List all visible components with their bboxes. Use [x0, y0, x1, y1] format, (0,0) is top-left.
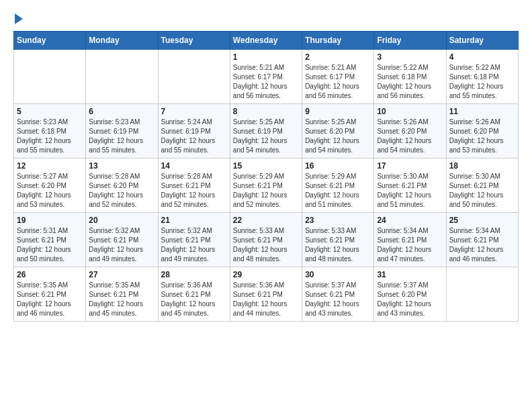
day-info: Sunrise: 5:25 AM Sunset: 6:20 PM Dayligh…: [305, 118, 371, 155]
calendar-cell: [14, 50, 86, 104]
day-info: Sunrise: 5:26 AM Sunset: 6:20 PM Dayligh…: [449, 118, 515, 155]
calendar-cell: 20Sunrise: 5:32 AM Sunset: 6:21 PM Dayli…: [86, 213, 158, 267]
calendar-cell: 8Sunrise: 5:25 AM Sunset: 6:19 PM Daylig…: [230, 104, 302, 158]
day-info: Sunrise: 5:34 AM Sunset: 6:21 PM Dayligh…: [377, 226, 443, 264]
day-number: 15: [233, 161, 299, 171]
day-info: Sunrise: 5:30 AM Sunset: 6:21 PM Dayligh…: [377, 172, 443, 210]
day-info: Sunrise: 5:29 AM Sunset: 6:21 PM Dayligh…: [305, 172, 371, 210]
calendar-cell: 14Sunrise: 5:28 AM Sunset: 6:21 PM Dayli…: [158, 158, 230, 213]
calendar-cell: 4Sunrise: 5:22 AM Sunset: 6:18 PM Daylig…: [446, 50, 518, 104]
day-number: 23: [305, 216, 371, 225]
day-number: 9: [305, 107, 371, 116]
calendar-cell: 10Sunrise: 5:26 AM Sunset: 6:20 PM Dayli…: [374, 104, 446, 158]
day-number: 16: [305, 161, 371, 171]
day-number: 31: [377, 270, 443, 279]
weekday-header: Monday: [86, 32, 158, 50]
calendar-table: SundayMondayTuesdayWednesdayThursdayFrid…: [13, 31, 519, 322]
weekday-header: Thursday: [302, 32, 374, 50]
calendar-cell: [446, 267, 518, 322]
calendar-cell: 26Sunrise: 5:35 AM Sunset: 6:21 PM Dayli…: [14, 267, 86, 322]
calendar-cell: 9Sunrise: 5:25 AM Sunset: 6:20 PM Daylig…: [302, 104, 374, 158]
day-number: 28: [161, 270, 227, 279]
day-number: 20: [89, 216, 154, 225]
day-info: Sunrise: 5:31 AM Sunset: 6:21 PM Dayligh…: [17, 226, 83, 264]
day-info: Sunrise: 5:25 AM Sunset: 6:19 PM Dayligh…: [233, 118, 299, 155]
day-info: Sunrise: 5:24 AM Sunset: 6:19 PM Dayligh…: [161, 118, 227, 155]
day-info: Sunrise: 5:26 AM Sunset: 6:20 PM Dayligh…: [377, 118, 443, 155]
day-info: Sunrise: 5:23 AM Sunset: 6:19 PM Dayligh…: [89, 118, 154, 155]
calendar-cell: 15Sunrise: 5:29 AM Sunset: 6:21 PM Dayli…: [230, 158, 302, 213]
day-number: 14: [161, 161, 227, 171]
weekday-header: Sunday: [14, 32, 86, 50]
day-number: 12: [17, 161, 83, 171]
calendar-cell: 6Sunrise: 5:23 AM Sunset: 6:19 PM Daylig…: [86, 104, 158, 158]
day-number: 26: [17, 270, 83, 279]
day-info: Sunrise: 5:22 AM Sunset: 6:18 PM Dayligh…: [377, 63, 443, 101]
weekday-header: Friday: [374, 32, 446, 50]
day-number: 4: [449, 52, 515, 62]
calendar-cell: 12Sunrise: 5:27 AM Sunset: 6:20 PM Dayli…: [14, 158, 86, 213]
day-info: Sunrise: 5:35 AM Sunset: 6:21 PM Dayligh…: [89, 281, 154, 318]
day-info: Sunrise: 5:36 AM Sunset: 6:21 PM Dayligh…: [233, 281, 299, 318]
calendar-cell: 7Sunrise: 5:24 AM Sunset: 6:19 PM Daylig…: [158, 104, 230, 158]
day-number: 7: [161, 107, 227, 116]
day-info: Sunrise: 5:23 AM Sunset: 6:18 PM Dayligh…: [17, 118, 83, 155]
day-info: Sunrise: 5:32 AM Sunset: 6:21 PM Dayligh…: [89, 226, 154, 264]
calendar-cell: 13Sunrise: 5:28 AM Sunset: 6:20 PM Dayli…: [86, 158, 158, 213]
calendar-cell: 29Sunrise: 5:36 AM Sunset: 6:21 PM Dayli…: [230, 267, 302, 322]
day-info: Sunrise: 5:37 AM Sunset: 6:20 PM Dayligh…: [377, 281, 443, 318]
calendar-cell: [158, 50, 230, 104]
calendar-cell: 11Sunrise: 5:26 AM Sunset: 6:20 PM Dayli…: [446, 104, 518, 158]
day-info: Sunrise: 5:34 AM Sunset: 6:21 PM Dayligh…: [449, 226, 515, 264]
day-info: Sunrise: 5:28 AM Sunset: 6:21 PM Dayligh…: [161, 172, 227, 210]
calendar-cell: 3Sunrise: 5:22 AM Sunset: 6:18 PM Daylig…: [374, 50, 446, 104]
logo: [13, 13, 23, 24]
calendar-cell: 18Sunrise: 5:30 AM Sunset: 6:21 PM Dayli…: [446, 158, 518, 213]
calendar-cell: 23Sunrise: 5:33 AM Sunset: 6:21 PM Dayli…: [302, 213, 374, 267]
calendar-cell: 30Sunrise: 5:37 AM Sunset: 6:21 PM Dayli…: [302, 267, 374, 322]
calendar-cell: 16Sunrise: 5:29 AM Sunset: 6:21 PM Dayli…: [302, 158, 374, 213]
day-number: 27: [89, 270, 154, 279]
day-info: Sunrise: 5:22 AM Sunset: 6:18 PM Dayligh…: [449, 63, 515, 101]
day-info: Sunrise: 5:21 AM Sunset: 6:17 PM Dayligh…: [233, 63, 299, 101]
calendar-week-row: 12Sunrise: 5:27 AM Sunset: 6:20 PM Dayli…: [14, 158, 519, 213]
day-info: Sunrise: 5:30 AM Sunset: 6:21 PM Dayligh…: [449, 172, 515, 210]
day-number: 8: [233, 107, 299, 116]
calendar-cell: [86, 50, 158, 104]
calendar-cell: 5Sunrise: 5:23 AM Sunset: 6:18 PM Daylig…: [14, 104, 86, 158]
day-number: 6: [89, 107, 154, 116]
day-number: 30: [305, 270, 371, 279]
calendar-cell: 2Sunrise: 5:21 AM Sunset: 6:17 PM Daylig…: [302, 50, 374, 104]
calendar-cell: 17Sunrise: 5:30 AM Sunset: 6:21 PM Dayli…: [374, 158, 446, 213]
day-info: Sunrise: 5:37 AM Sunset: 6:21 PM Dayligh…: [305, 281, 371, 318]
day-info: Sunrise: 5:32 AM Sunset: 6:21 PM Dayligh…: [161, 226, 227, 264]
day-info: Sunrise: 5:29 AM Sunset: 6:21 PM Dayligh…: [233, 172, 299, 210]
weekday-header: Tuesday: [158, 32, 230, 50]
day-number: 29: [233, 270, 299, 279]
calendar-cell: 1Sunrise: 5:21 AM Sunset: 6:17 PM Daylig…: [230, 50, 302, 104]
day-number: 18: [449, 161, 515, 171]
calendar-cell: 31Sunrise: 5:37 AM Sunset: 6:20 PM Dayli…: [374, 267, 446, 322]
day-number: 22: [233, 216, 299, 225]
page-header: [13, 13, 519, 24]
day-number: 19: [17, 216, 83, 225]
day-info: Sunrise: 5:33 AM Sunset: 6:21 PM Dayligh…: [305, 226, 371, 264]
day-number: 2: [305, 52, 371, 62]
day-number: 21: [161, 216, 227, 225]
calendar-cell: 25Sunrise: 5:34 AM Sunset: 6:21 PM Dayli…: [446, 213, 518, 267]
day-number: 17: [377, 161, 443, 171]
day-number: 5: [17, 107, 83, 116]
calendar-week-row: 26Sunrise: 5:35 AM Sunset: 6:21 PM Dayli…: [14, 267, 519, 322]
day-number: 24: [377, 216, 443, 225]
calendar-cell: 19Sunrise: 5:31 AM Sunset: 6:21 PM Dayli…: [14, 213, 86, 267]
day-number: 10: [377, 107, 443, 116]
calendar-cell: 21Sunrise: 5:32 AM Sunset: 6:21 PM Dayli…: [158, 213, 230, 267]
calendar-week-row: 5Sunrise: 5:23 AM Sunset: 6:18 PM Daylig…: [14, 104, 519, 158]
calendar-week-row: 1Sunrise: 5:21 AM Sunset: 6:17 PM Daylig…: [14, 50, 519, 104]
calendar-cell: 24Sunrise: 5:34 AM Sunset: 6:21 PM Dayli…: [374, 213, 446, 267]
day-info: Sunrise: 5:33 AM Sunset: 6:21 PM Dayligh…: [233, 226, 299, 264]
day-info: Sunrise: 5:27 AM Sunset: 6:20 PM Dayligh…: [17, 172, 83, 210]
day-number: 1: [233, 52, 299, 62]
calendar-header-row: SundayMondayTuesdayWednesdayThursdayFrid…: [14, 32, 519, 50]
weekday-header: Saturday: [446, 32, 518, 50]
